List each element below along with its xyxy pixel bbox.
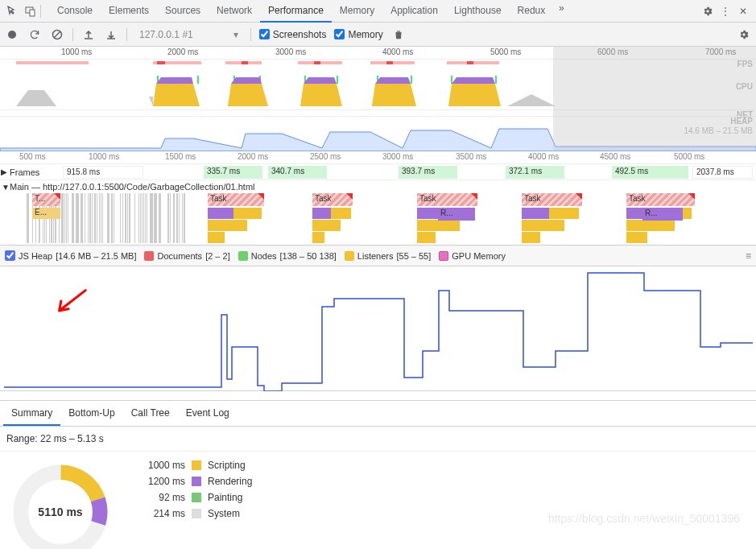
tab-application[interactable]: Application	[382, 0, 446, 23]
screenshots-checkbox[interactable]: Screenshots	[259, 29, 327, 40]
flame-ruler-tick: 1000 ms	[89, 152, 119, 161]
tab-redux[interactable]: Redux	[510, 0, 554, 23]
detail-tab-summary[interactable]: Summary	[3, 402, 60, 426]
flame-bar[interactable]	[331, 208, 351, 219]
svg-line-4	[54, 31, 60, 38]
more-tabs-icon[interactable]: »	[553, 0, 569, 16]
close-icon[interactable]: ✕	[735, 3, 751, 19]
panel-tabs: Console Elements Sources Network Perform…	[49, 0, 698, 23]
flame-bar[interactable]	[626, 232, 647, 243]
tab-network[interactable]: Network	[209, 0, 260, 23]
flame-bar[interactable]	[233, 208, 262, 219]
counter-documents[interactable]: Documents[2 – 2]	[144, 251, 229, 261]
flame-ruler-tick: 5000 ms	[674, 152, 704, 161]
gear-icon[interactable]	[700, 3, 716, 19]
trash-icon[interactable]	[391, 27, 406, 42]
flame-ruler: 500 ms1000 ms1500 ms2000 ms2500 ms3000 m…	[0, 151, 756, 164]
save-profile-icon[interactable]	[104, 27, 118, 42]
frame-block[interactable]: 393.7 ms	[399, 166, 457, 179]
counter-nodes[interactable]: Nodes[138 – 50 138]	[238, 251, 337, 261]
flame-bar[interactable]	[417, 220, 460, 231]
frame-block[interactable]: 335.7 ms	[204, 166, 262, 179]
task-block[interactable]: Task	[312, 193, 353, 206]
screenshots-checkbox-input[interactable]	[259, 29, 270, 39]
flame-bar[interactable]	[522, 220, 564, 231]
detail-tab-bottomup[interactable]: Bottom-Up	[60, 402, 122, 426]
detail-tab-calltree[interactable]: Call Tree	[123, 402, 178, 426]
summary-donut: 5110 ms	[8, 460, 113, 549]
subbar-divider-2	[126, 28, 127, 41]
flame-bar[interactable]	[208, 232, 225, 243]
flame-ruler-tick: 3500 ms	[456, 152, 486, 161]
render-block[interactable]: R...	[642, 208, 683, 221]
recording-select[interactable]: 127.0.0.1 #1 ▾	[135, 27, 242, 43]
flame-bar[interactable]	[626, 220, 675, 231]
memory-label: Memory	[348, 29, 382, 40]
counter-jsheap[interactable]: JS Heap[14.6 MB – 21.5 MB]	[5, 250, 136, 261]
task-block[interactable]: Task	[626, 193, 695, 206]
frame-block[interactable]: 915.8 ms	[63, 166, 143, 179]
event-block[interactable]: E...	[32, 208, 60, 219]
capture-settings-gear-icon[interactable]	[737, 27, 751, 42]
task-block[interactable]: Task	[417, 193, 477, 206]
flame-bar[interactable]	[522, 208, 549, 219]
flame-bar[interactable]	[208, 208, 233, 219]
render-block[interactable]: R...	[438, 208, 475, 221]
flame-ruler-tick: 4500 ms	[600, 152, 630, 161]
tab-console[interactable]: Console	[49, 0, 101, 23]
flame-bar[interactable]	[417, 232, 436, 243]
reload-icon[interactable]	[27, 27, 42, 42]
legend-row: 1000 msScripting	[137, 460, 252, 471]
frame-block[interactable]: 492.5 ms	[612, 166, 688, 179]
subbar-divider-3	[250, 28, 251, 41]
load-profile-icon[interactable]	[81, 27, 96, 42]
record-icon[interactable]	[5, 27, 19, 42]
frame-block[interactable]: 372.1 ms	[506, 166, 564, 179]
svg-point-2	[8, 31, 16, 39]
main-label: Main — http://127.0.0.1:5500/Code/Garbag…	[10, 182, 255, 192]
flame-bar[interactable]	[312, 232, 324, 243]
counters-bar: JS Heap[14.6 MB – 21.5 MB] Documents[2 –…	[0, 246, 756, 266]
tab-lighthouse[interactable]: Lighthouse	[446, 0, 510, 23]
flame-bar[interactable]	[312, 208, 331, 219]
watermark: https://blog.csdn.net/weixin_50001396	[548, 512, 740, 525]
counter-gpu[interactable]: GPU Memory	[439, 251, 506, 261]
summary-body: 5110 ms 1000 msScripting1200 msRendering…	[0, 452, 756, 549]
flame-bar[interactable]	[208, 220, 247, 231]
overview-ruler-tick: 3000 ms	[275, 47, 306, 56]
memory-checkbox-input[interactable]	[334, 29, 345, 39]
frames-expand-icon[interactable]: ▶	[0, 167, 8, 176]
device-toolbar-icon[interactable]	[23, 3, 39, 19]
flame-bar[interactable]	[549, 208, 580, 219]
tab-elements[interactable]: Elements	[101, 0, 157, 23]
frame-block[interactable]: 2037.8 ms	[692, 166, 753, 179]
main-row[interactable]: ▼ Main — http://127.0.0.1:5500/Code/Garb…	[0, 180, 756, 246]
flame-bar[interactable]	[312, 220, 341, 231]
recording-select-value: 127.0.0.1 #1	[139, 29, 193, 40]
tab-memory[interactable]: Memory	[332, 0, 382, 23]
counter-listeners[interactable]: Listeners[55 – 55]	[345, 251, 431, 261]
tab-performance[interactable]: Performance	[260, 0, 332, 23]
inspect-element-icon[interactable]	[5, 3, 21, 19]
memory-checkbox[interactable]: Memory	[334, 29, 382, 40]
clear-icon[interactable]	[50, 27, 64, 42]
tab-sources[interactable]: Sources	[157, 0, 209, 23]
flame-bar[interactable]	[522, 232, 540, 243]
jsheap-chart[interactable]	[0, 266, 756, 391]
main-flame-chart[interactable]: T...E...TaskTaskTaskTaskTaskR...R...	[0, 193, 756, 245]
task-block[interactable]: Task	[208, 193, 264, 206]
overview-timeline[interactable]: 1000 ms2000 ms3000 ms4000 ms5000 ms6000 …	[0, 47, 756, 151]
overview-ruler-tick: 5000 ms	[490, 47, 521, 56]
kebab-icon[interactable]: ⋮	[717, 3, 733, 19]
overview-ruler-tick: 2000 ms	[167, 47, 198, 56]
frames-row[interactable]: ▶ Frames 915.8 ms335.7 ms340.7 ms393.7 m…	[0, 164, 756, 180]
flame-ruler-tick: 2500 ms	[310, 152, 341, 161]
counters-menu-icon[interactable]: ≡	[746, 250, 751, 262]
task-block[interactable]: Task	[522, 193, 582, 206]
main-expand-icon[interactable]: ▼	[2, 183, 10, 192]
svg-rect-1	[30, 10, 35, 16]
flame-ruler-tick: 4000 ms	[528, 152, 559, 161]
detail-tab-eventlog[interactable]: Event Log	[178, 402, 238, 426]
frame-block[interactable]: 340.7 ms	[268, 166, 327, 179]
task-block[interactable]: T...	[32, 193, 60, 206]
